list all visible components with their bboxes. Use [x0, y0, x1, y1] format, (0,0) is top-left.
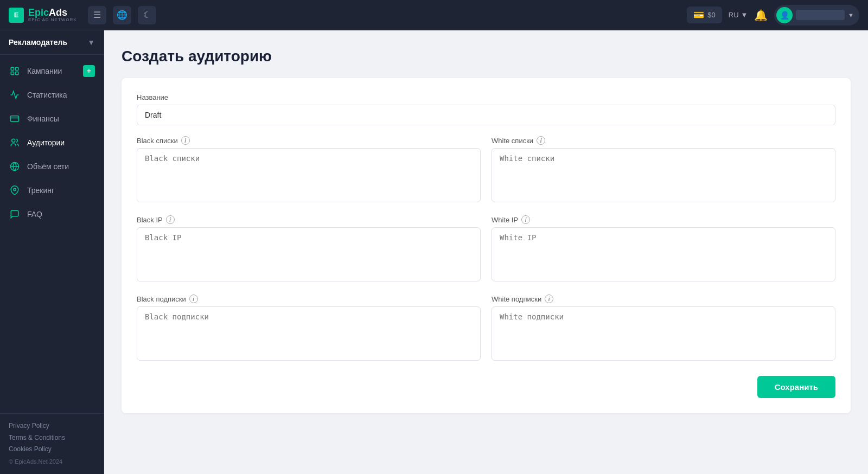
- sidebar-item-audiences[interactable]: Аудитории: [0, 131, 104, 155]
- name-field: Название: [137, 93, 835, 125]
- logo-box: E: [9, 8, 24, 23]
- black-subs-input[interactable]: [137, 306, 481, 361]
- page-title: Создать аудиторию: [122, 48, 851, 65]
- add-campaign-button[interactable]: +: [83, 65, 95, 77]
- avatar-name-blur: ████████: [796, 10, 845, 20]
- name-input[interactable]: [137, 105, 835, 125]
- menu-icon-btn[interactable]: ☰: [88, 6, 106, 24]
- svg-point-9: [14, 188, 16, 191]
- svg-rect-2: [11, 72, 14, 75]
- svg-point-6: [12, 139, 15, 142]
- sidebar-item-statistics[interactable]: Статистика: [0, 83, 104, 107]
- black-subs-label: Black подписки i: [137, 294, 481, 303]
- statistics-icon: [9, 89, 21, 101]
- avatar-chevron-icon: ▼: [848, 12, 854, 18]
- copyright: © EpicAds.Net 2024: [9, 458, 62, 465]
- network-label: Объём сети: [27, 162, 69, 171]
- black-ip-info-icon[interactable]: i: [166, 215, 175, 224]
- logo-text: EpicAds EPIC AD NETWORK: [28, 8, 77, 22]
- black-lists-label: Black списки i: [137, 136, 481, 145]
- white-lists-input[interactable]: [492, 148, 835, 202]
- moon-icon-btn[interactable]: ☾: [138, 6, 156, 24]
- statistics-label: Статистика: [27, 91, 67, 99]
- black-lists-info-icon[interactable]: i: [181, 136, 190, 145]
- menu-icon: ☰: [93, 10, 101, 20]
- white-lists-label: White списки i: [492, 136, 835, 145]
- white-lists-field: White списки i: [492, 136, 835, 204]
- faq-icon: [9, 208, 21, 220]
- svg-rect-1: [16, 67, 18, 70]
- moon-icon: ☾: [143, 10, 151, 20]
- campaigns-label: Кампании: [27, 67, 62, 75]
- subs-row: Black подписки i White подписки i: [137, 294, 835, 363]
- white-ip-label: White IP i: [492, 215, 835, 224]
- sidebar-item-network[interactable]: Объём сети: [0, 155, 104, 178]
- avatar: 👤: [776, 7, 793, 23]
- sidebar: Рекламодатель ▼ Кампании + Статистика: [0, 30, 104, 474]
- save-button[interactable]: Сохранить: [757, 376, 835, 398]
- role-label: Рекламодатель: [9, 38, 67, 47]
- balance-value: $0: [707, 11, 715, 19]
- main-content: Создать аудиторию Название Black списки …: [104, 30, 868, 474]
- sidebar-item-tracking[interactable]: Трекинг: [0, 178, 104, 202]
- black-ip-input[interactable]: [137, 227, 481, 281]
- form-card: Название Black списки i White списки i: [122, 78, 851, 413]
- black-lists-field: Black списки i: [137, 136, 481, 204]
- lists-row: Black списки i White списки i: [137, 136, 835, 204]
- faq-label: FAQ: [27, 210, 42, 219]
- role-selector[interactable]: Рекламодатель ▼: [0, 30, 104, 55]
- chevron-down-icon: ▼: [741, 11, 748, 19]
- svg-rect-3: [16, 72, 18, 75]
- globe-icon-btn[interactable]: 🌐: [113, 6, 131, 24]
- lang-selector[interactable]: RU ▼: [729, 11, 748, 19]
- main-layout: Рекламодатель ▼ Кампании + Статистика: [0, 30, 868, 474]
- white-subs-label: White подписки i: [492, 294, 835, 303]
- balance-badge: 💳 $0: [687, 7, 722, 23]
- nav-right: 💳 $0 RU ▼ 🔔 👤 ████████ ▼: [687, 5, 859, 25]
- black-lists-input[interactable]: [137, 148, 481, 202]
- white-ip-info-icon[interactable]: i: [521, 215, 530, 224]
- white-ip-field: White IP i: [492, 215, 835, 284]
- notifications-btn[interactable]: 🔔: [754, 9, 768, 22]
- tracking-icon: [9, 184, 21, 196]
- topnav: E EpicAds EPIC AD NETWORK ☰ 🌐 ☾ 💳 $0 RU …: [0, 0, 868, 30]
- campaigns-icon: [9, 65, 21, 77]
- role-chevron-icon: ▼: [87, 38, 95, 47]
- user-avatar-wrap[interactable]: 👤 ████████ ▼: [774, 5, 859, 25]
- black-ip-field: Black IP i: [137, 215, 481, 284]
- white-lists-info-icon[interactable]: i: [537, 136, 545, 145]
- finances-icon: [9, 113, 21, 125]
- svg-rect-0: [11, 67, 14, 70]
- white-subs-input[interactable]: [492, 306, 835, 361]
- sidebar-item-finances[interactable]: Финансы: [0, 107, 104, 131]
- save-row: Сохранить: [137, 376, 835, 398]
- terms-conditions-link[interactable]: Terms & Conditions: [9, 432, 95, 444]
- black-subs-info-icon[interactable]: i: [189, 294, 198, 303]
- audiences-label: Аудитории: [27, 138, 65, 147]
- black-ip-label: Black IP i: [137, 215, 481, 224]
- sidebar-item-campaigns[interactable]: Кампании +: [0, 59, 104, 83]
- name-label: Название: [137, 93, 835, 101]
- privacy-policy-link[interactable]: Privacy Policy: [9, 420, 95, 432]
- finances-label: Финансы: [27, 114, 59, 123]
- cookies-policy-link[interactable]: Cookies Policy: [9, 444, 95, 456]
- white-subs-field: White подписки i: [492, 294, 835, 363]
- avatar-icon: 👤: [780, 11, 789, 20]
- sidebar-footer: Privacy Policy Terms & Conditions Cookie…: [0, 413, 104, 474]
- audiences-icon: [9, 137, 21, 149]
- svg-rect-4: [11, 116, 19, 122]
- ip-row: Black IP i White IP i: [137, 215, 835, 284]
- sidebar-item-faq[interactable]: FAQ: [0, 202, 104, 226]
- sidebar-nav: Кампании + Статистика Финансы: [0, 55, 104, 413]
- tracking-label: Трекинг: [27, 186, 54, 195]
- bell-icon: 🔔: [754, 9, 768, 21]
- white-ip-input[interactable]: [492, 227, 835, 281]
- black-subs-field: Black подписки i: [137, 294, 481, 363]
- globe-icon: 🌐: [117, 10, 127, 20]
- wallet-icon: 💳: [693, 10, 704, 20]
- white-subs-info-icon[interactable]: i: [545, 294, 553, 303]
- logo: E EpicAds EPIC AD NETWORK: [9, 8, 77, 23]
- network-icon: [9, 161, 21, 172]
